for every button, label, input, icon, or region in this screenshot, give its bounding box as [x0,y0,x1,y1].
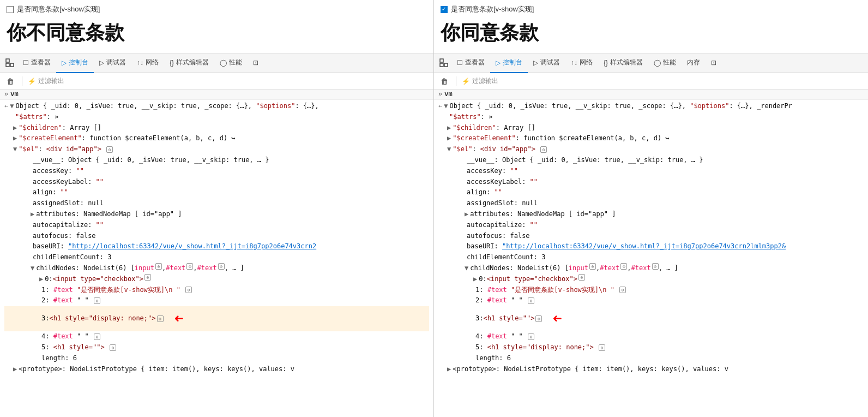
right-tab-debugger[interactable]: ▷ 调试器 [528,53,565,73]
left-code-autocap: autocapitalize: "" [4,220,429,231]
right-code-cn1: 1: #text "是否同意条款[v-show实现]\n " ⊙ [438,285,864,296]
left-code-cn2: 2: #text " " ⊙ [4,295,429,306]
right-tab-memory[interactable]: 内存 [682,53,706,73]
right-target-icon-el[interactable]: ⊙ [540,146,547,153]
left-target-icon-cn3[interactable]: ⊙ [218,263,225,270]
left-code-cn5: 5: <h1 style=""> ⊙ [4,342,429,353]
right-toolbar: 🗑 ⚡ 过滤输出 [434,73,868,90]
left-expand-1[interactable]: ▼ [10,101,14,112]
left-tab-more-icon: ⊡ [253,59,258,67]
right-tab-console-label: 控制台 [503,58,522,67]
left-top-area: 是否同意条款[v-show实现] 你不同意条款 [0,0,433,53]
right-filter-label: 过滤输出 [472,76,498,86]
left-tab-style[interactable]: {} 样式编辑器 [164,53,214,73]
svg-rect-3 [440,59,443,62]
right-tab-perf-label: 性能 [663,58,676,67]
left-tab-debugger[interactable]: ▷ 调试器 [94,53,131,73]
left-console[interactable]: » vm ← ▼ Object { _uid: 0, _isVue: true,… [0,90,433,417]
left-checkbox-label: 是否同意条款[v-show实现] [17,4,100,14]
right-tab-icon[interactable] [436,53,451,73]
right-target-icon-2[interactable]: ⊙ [528,297,534,304]
left-vm-label: vm [10,91,18,98]
right-tab-network[interactable]: ↑↓ 网络 [565,53,598,73]
right-target-icon-cn1[interactable]: ⊙ [589,263,596,270]
left-target-icon-0[interactable]: ⊙ [144,274,151,281]
right-tab-style-label: 样式编辑器 [610,58,643,67]
left-tab-icon[interactable] [2,53,17,73]
left-checkbox[interactable] [7,6,14,13]
left-tab-perf-icon: ◯ [220,59,227,67]
right-target-icon-3[interactable]: ⊙ [535,315,542,322]
right-target-icon-4[interactable]: ⊙ [528,333,534,340]
left-tab-viewer-label: 查看器 [31,58,51,67]
left-code-autofocus: autofocus: false [4,231,429,242]
left-tab-perf[interactable]: ◯ 性能 [214,53,248,73]
left-filter-icon: ⚡ [28,78,36,85]
left-code-cec: childElementCount: 3 [4,252,429,263]
right-code-line-2: "$attrs": » [438,112,864,123]
left-target-icon-3[interactable]: ⊙ [157,315,164,322]
right-tab-more2[interactable]: ⊡ [706,53,722,73]
right-code-length: length: 6 [438,353,864,364]
right-code-proto: ▶ <prototype>: NodeListPrototype { item:… [438,364,864,375]
right-target-icon-cn3[interactable]: ⊙ [652,263,659,270]
left-tab-network-label: 网络 [146,58,159,67]
left-filter-box: ⚡ 过滤输出 [28,76,64,86]
right-tab-perf-icon: ◯ [654,59,661,67]
left-tab-console-label: 控制台 [69,58,88,67]
right-code-cn2: 2: #text " " ⊙ [438,295,864,306]
left-filter-label: 过滤输出 [38,76,64,86]
right-clear-btn[interactable]: 🗑 [438,76,450,87]
right-tab-perf[interactable]: ◯ 性能 [648,53,682,73]
svg-rect-1 [10,63,14,67]
right-tab-style[interactable]: {} 样式编辑器 [598,53,648,73]
right-tab-debugger-label: 调试器 [540,58,560,67]
left-tab-console[interactable]: ▷ 控制台 [56,53,94,73]
right-console[interactable]: » vm ← ▼ Object { _uid: 0, _isVue: true,… [434,90,868,417]
left-tab-perf-label: 性能 [229,58,242,67]
left-tab-debugger-icon: ▷ [99,59,104,67]
right-filter-box: ⚡ 过滤输出 [462,76,498,86]
right-target-icon-cn2[interactable]: ⊙ [620,263,627,270]
left-tab-viewer[interactable]: ☐ 查看器 [17,53,56,73]
left-target-icon-1b[interactable]: ⊙ [185,287,192,293]
right-code-vue: __vue__: Object { _uid: 0, _isVue: true,… [438,155,864,166]
left-vm-arrow: » [4,91,8,98]
right-tab-viewer[interactable]: ☐ 查看器 [451,53,490,73]
right-target-icon-5[interactable]: ⊙ [599,344,605,351]
left-target-icon-5[interactable]: ⊙ [110,344,116,351]
right-code-baseuri: baseURI: "http://localhost:63342/vue/v_s… [438,241,820,252]
right-code-autocap: autocapitalize: "" [438,220,864,231]
right-checkbox-row: 是否同意条款[v-show实现] [441,4,861,14]
left-back-arrow: ← [4,101,8,112]
left-tab-network-icon: ↑↓ [137,59,143,67]
left-target-icon-cn2[interactable]: ⊙ [186,263,193,270]
left-checkbox-row: 是否同意条款[v-show实现] [7,4,427,14]
right-tab-viewer-label: 查看器 [465,58,485,67]
right-target-icon-0[interactable]: ⊙ [578,274,585,281]
right-code-line-4: ▶ "$createElement": function $createElem… [438,133,864,144]
left-tab-more[interactable]: ⊡ [248,53,264,73]
right-code-line-3: ▶ "$children": Array [] [438,123,864,134]
right-checkbox[interactable] [441,6,448,13]
left-target-icon-1[interactable]: ⊙ [106,146,113,153]
right-tab-viewer-icon: ☐ [457,59,463,67]
left-code-proto: ▶ <prototype>: NodeListPrototype { item:… [4,364,429,375]
right-code-cn: ▼ childNodes: NodeList(6) [ input ⊙, #te… [438,263,864,274]
right-target-icon-1b[interactable]: ⊙ [619,287,626,293]
left-target-icon-cn1[interactable]: ⊙ [155,263,162,270]
right-tab-console[interactable]: ▷ 控制台 [490,53,528,73]
left-clear-btn[interactable]: 🗑 [4,76,16,87]
left-code-vue: __vue__: Object { _uid: 0, _isVue: true,… [4,155,429,166]
left-code-length: length: 6 [4,353,429,364]
right-code-line-1: ← ▼ Object { _uid: 0, _isVue: true, __v_… [438,101,864,112]
left-code-cn1: 1: #text "是否同意条款[v-show实现]\n " ⊙ [4,285,429,296]
left-code-line-2: "$attrs": » [4,112,429,123]
right-panel: 是否同意条款[v-show实现] 你同意条款 ☐ 查看器 ▷ 控制台 ▷ 调试器… [434,0,868,417]
left-code-align: align: "" [4,187,429,198]
left-target-icon-4[interactable]: ⊙ [94,333,100,340]
right-heading: 你同意条款 [441,17,861,50]
left-tab-network[interactable]: ↑↓ 网络 [131,53,164,73]
left-target-icon-2[interactable]: ⊙ [94,297,100,304]
right-tab-network-icon: ↑↓ [571,59,577,67]
